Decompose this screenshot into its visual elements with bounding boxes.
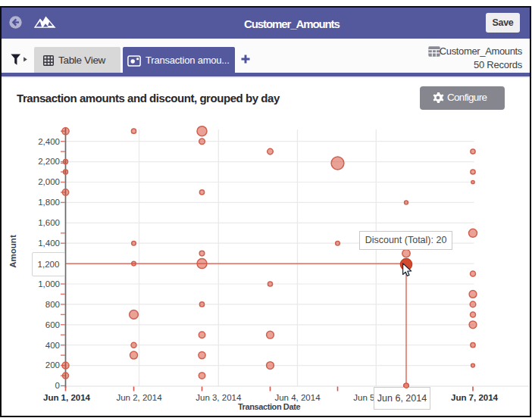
svg-text:Jun 3, 2014: Jun 3, 2014 [196, 393, 242, 402]
svg-text:2,400: 2,400 [38, 137, 60, 146]
svg-text:200: 200 [45, 360, 60, 370]
svg-text:1,600: 1,600 [38, 218, 60, 227]
svg-text:Jun 4, 2014: Jun 4, 2014 [274, 393, 321, 402]
svg-text:Jun 1, 2014: Jun 1, 2014 [43, 393, 91, 402]
svg-text:400: 400 [45, 341, 60, 350]
svg-text:Jun 2, 2014: Jun 2, 2014 [116, 393, 162, 402]
svg-text:Transaction Date: Transaction Date [238, 402, 301, 411]
svg-text:0: 0 [55, 381, 60, 390]
svg-text:2,200: 2,200 [38, 157, 60, 166]
svg-text:2,000: 2,000 [38, 177, 60, 186]
svg-text:1,000: 1,000 [38, 279, 60, 289]
svg-text:800: 800 [45, 300, 60, 309]
svg-text:Amount: Amount [8, 235, 17, 268]
svg-text:1,800: 1,800 [38, 198, 60, 207]
svg-text:Jun 7, 2014: Jun 7, 2014 [451, 393, 499, 402]
svg-text:600: 600 [45, 320, 60, 329]
svg-text:1,400: 1,400 [38, 239, 60, 248]
